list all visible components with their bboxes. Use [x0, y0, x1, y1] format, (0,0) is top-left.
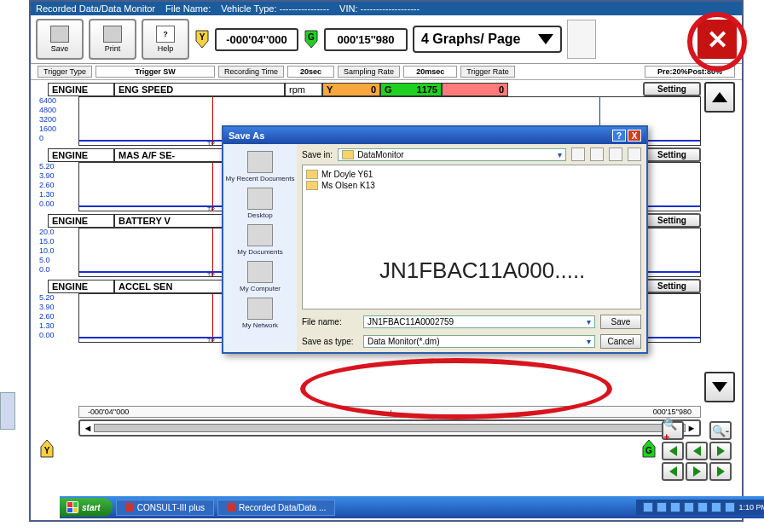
- up-button[interactable]: [590, 147, 604, 161]
- trigger-type-label: Trigger Type: [38, 66, 92, 78]
- graph-system: ENGINE: [48, 280, 114, 293]
- ruler-end: 000'15''980: [653, 408, 692, 416]
- view-menu-button[interactable]: [628, 147, 641, 161]
- tray-icon[interactable]: [725, 502, 735, 512]
- chevron-down-icon: [538, 34, 553, 44]
- nav-right-button[interactable]: [709, 442, 732, 460]
- nav-left-step-button[interactable]: [662, 462, 684, 481]
- dialog-help-button[interactable]: ?: [612, 130, 626, 142]
- tray-icon[interactable]: [657, 502, 667, 512]
- nav-left-button[interactable]: [686, 442, 708, 460]
- scroll-left-icon[interactable]: ◄: [82, 423, 94, 433]
- graph-setting-button[interactable]: Setting: [643, 147, 701, 162]
- tp-label: TP: [207, 272, 215, 277]
- places-item[interactable]: My Recent Documents: [225, 149, 295, 184]
- scroll-up-button[interactable]: [704, 82, 735, 113]
- tp-label: TP: [207, 141, 215, 146]
- thumbnail-button[interactable]: [567, 20, 596, 59]
- y-axis-ticks: 5.203.902.601.300.00: [38, 293, 78, 343]
- zoom-in-button[interactable]: 🔍+: [662, 421, 684, 440]
- back-button[interactable]: [571, 147, 585, 161]
- bottom-marker-row: Y G: [31, 437, 742, 460]
- place-icon: [247, 151, 273, 173]
- svg-text:G: G: [308, 32, 315, 42]
- dialog-titlebar[interactable]: Save As ? X: [223, 127, 646, 144]
- printer-icon: [103, 26, 122, 43]
- tray-icon[interactable]: [670, 502, 680, 512]
- nav-right-fast-button[interactable]: [709, 462, 732, 481]
- nav-center-button[interactable]: [686, 462, 708, 481]
- green-marker-icon: G: [304, 29, 319, 49]
- taskbar-item[interactable]: CONSULT-III plus: [116, 500, 214, 516]
- tray-icon[interactable]: [697, 502, 708, 512]
- folder-icon: [306, 170, 318, 179]
- title-module: Recorded Data/Data Monitor: [36, 3, 155, 14]
- dialog-save-button[interactable]: Save: [600, 315, 641, 329]
- windows-logo-icon: [67, 501, 78, 513]
- list-item[interactable]: Mr Doyle Y61: [306, 169, 637, 180]
- dialog-close-button[interactable]: X: [628, 130, 641, 142]
- recording-time-value: 20sec: [287, 66, 334, 78]
- graph-system: ENGINE: [48, 148, 114, 162]
- zoom-nav-pad: 🔍+ 🔍-: [662, 421, 732, 481]
- tp-label: TP: [207, 206, 215, 211]
- filename-input[interactable]: JN1FBAC11A0002759▾: [363, 315, 595, 328]
- tray-icon[interactable]: [643, 502, 653, 512]
- save-in-combo[interactable]: DataMonitor▾: [338, 148, 566, 161]
- start-button[interactable]: start: [60, 498, 113, 517]
- place-icon: [247, 261, 273, 283]
- svg-text:Y: Y: [200, 32, 205, 42]
- help-button[interactable]: ?Help: [142, 19, 189, 60]
- filetype-select[interactable]: Data Monitor(*.dm)▾: [363, 335, 595, 348]
- taskbar-item[interactable]: Recorded Data/Data ...: [217, 500, 335, 516]
- print-button[interactable]: Print: [89, 19, 136, 60]
- file-list[interactable]: Mr Doyle Y61 Ms Olsen K13 JN1FBAC11A000.…: [302, 165, 641, 309]
- graphs-per-page-label: 4 Graphs/ Page: [421, 32, 521, 47]
- save-button[interactable]: Save: [36, 19, 84, 60]
- taskbar: start CONSULT-III plus Recorded Data/Dat…: [60, 496, 764, 518]
- toolbar: Save Print ?Help Y -000'04''000 G 000'15…: [31, 15, 742, 64]
- triangle-down-icon: [712, 382, 727, 392]
- tray-icon[interactable]: [684, 502, 694, 512]
- dialog-cancel-button[interactable]: Cancel: [600, 334, 641, 349]
- side-panel-stub: [0, 392, 15, 430]
- graph-system: ENGINE: [48, 214, 114, 228]
- sampling-rate-value: 20msec: [403, 66, 457, 78]
- close-button[interactable]: ✕: [697, 20, 737, 59]
- time-y-value: -000'04''000: [215, 28, 298, 51]
- places-item[interactable]: My Network: [225, 296, 295, 331]
- places-item[interactable]: Desktop: [225, 186, 295, 221]
- scroll-down-button[interactable]: [704, 372, 735, 402]
- list-item[interactable]: Ms Olsen K13: [306, 180, 637, 191]
- y-axis-ticks: 20.015.010.05.00.0: [38, 228, 78, 277]
- graph-setting-button[interactable]: Setting: [643, 213, 701, 228]
- title-bar: Recorded Data/Data Monitor File Name: Ve…: [31, 2, 742, 15]
- tray-icon[interactable]: [711, 502, 721, 512]
- title-vehicle: Vehicle Type: ----------------: [221, 3, 329, 14]
- app-window: Recorded Data/Data Monitor File Name: Ve…: [29, 0, 744, 522]
- title-file-label: File Name:: [165, 3, 211, 14]
- svg-text:Y: Y: [44, 446, 50, 455]
- help-icon: ?: [156, 26, 175, 43]
- graphs-per-page-select[interactable]: 4 Graphs/ Page: [413, 26, 562, 53]
- new-folder-button[interactable]: [609, 147, 622, 161]
- place-icon: [247, 298, 273, 320]
- green-marker-bottom-icon[interactable]: G: [641, 438, 657, 459]
- places-item[interactable]: My Documents: [225, 223, 295, 257]
- yellow-marker-bottom-icon[interactable]: Y: [39, 438, 55, 459]
- scroll-thumb[interactable]: [94, 424, 686, 432]
- places-item[interactable]: My Computer: [225, 259, 295, 294]
- graph-setting-button[interactable]: Setting: [643, 82, 701, 96]
- graph-setting-button[interactable]: Setting: [643, 279, 701, 293]
- graph-y-value: Y0: [322, 83, 380, 96]
- zoom-out-button[interactable]: 🔍-: [709, 421, 732, 440]
- recording-time-label: Recording Time: [218, 66, 284, 78]
- dialog-title: Save As: [229, 130, 264, 141]
- nav-left-fast-button[interactable]: [662, 442, 684, 460]
- graph-system: ENGINE: [48, 83, 114, 96]
- system-tray[interactable]: 1:10 PM: [636, 500, 764, 515]
- horizontal-scrollbar[interactable]: ◄ ►: [78, 419, 701, 437]
- overlay-hint-text: JN1FBAC11A000.....: [379, 257, 585, 284]
- close-icon: ✕: [707, 25, 728, 55]
- recording-info-bar: Trigger Type Trigger SW Recording Time 2…: [31, 64, 742, 80]
